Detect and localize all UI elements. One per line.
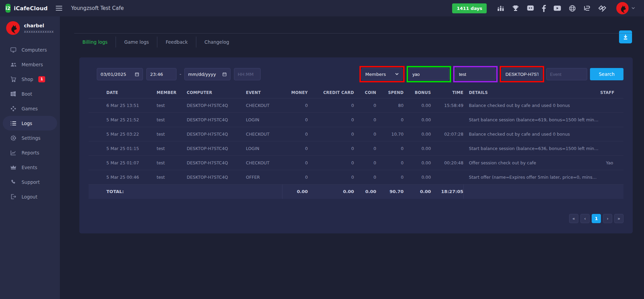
- time-to-placeholder: HH:MM: [238, 72, 253, 77]
- time-to-input[interactable]: HH:MM: [234, 68, 261, 80]
- col-computer: COMPUTER: [187, 87, 246, 98]
- page-1-button[interactable]: 1: [592, 214, 601, 223]
- ranking-icon[interactable]: [497, 5, 504, 12]
- chevron-down-icon: [631, 7, 635, 10]
- date-to-input[interactable]: mm/dd/yyyy: [184, 68, 231, 80]
- sidebar-item-support[interactable]: Support: [3, 175, 57, 189]
- col-details: DETAILS: [463, 87, 600, 98]
- computer-search-input[interactable]: [502, 68, 542, 80]
- billing-logs-table: DATE MEMBER COMPUTER EVENT MONEY CREDIT …: [89, 87, 623, 199]
- menu-toggle-icon[interactable]: [54, 3, 64, 13]
- tab-changelog[interactable]: Changelog: [196, 37, 237, 47]
- topbar-actions: 1411 days: [452, 2, 644, 14]
- monitor-icon: [10, 47, 16, 53]
- annotation-box-purple: [453, 66, 498, 82]
- page-first-button[interactable]: «: [569, 214, 578, 223]
- annotation-box-red-1: Members: [359, 66, 405, 82]
- calendar-icon: [135, 72, 139, 77]
- date-from-input[interactable]: 03/01/2025: [97, 68, 143, 80]
- member-search-input-2[interactable]: [455, 68, 496, 80]
- date-to-placeholder: mm/dd/yyyy: [188, 72, 216, 77]
- col-spend: SPEND: [376, 87, 404, 98]
- user-menu[interactable]: [616, 2, 635, 14]
- member-type-select[interactable]: Members: [362, 68, 403, 80]
- facebook-icon[interactable]: [542, 5, 546, 12]
- page-prev-button[interactable]: ‹: [580, 214, 590, 223]
- phone-icon: [10, 179, 16, 185]
- search-button[interactable]: Search: [590, 68, 623, 80]
- logout-icon: [10, 194, 16, 200]
- list-icon: [10, 121, 16, 126]
- col-event: EVENT: [246, 87, 282, 98]
- tab-feedback[interactable]: Feedback: [157, 37, 196, 47]
- sidebar: charbel xxxxxxxxxxxxx Computers Members …: [0, 16, 60, 299]
- total-coin: 0.00: [354, 185, 376, 199]
- time-from-value: 23:46: [150, 72, 163, 77]
- sidebar-item-label: Support: [22, 179, 40, 185]
- total-row: TOTAL: 0.00 0.00 0.00 90.70 0.00 18:27:0…: [89, 185, 623, 199]
- sidebar-item-label: Settings: [22, 135, 40, 141]
- sidebar-item-logs[interactable]: Logs: [3, 116, 57, 131]
- user-profile[interactable]: charbel xxxxxxxxxxxxx: [0, 16, 60, 35]
- days-badge[interactable]: 1411 days: [452, 3, 487, 13]
- sidebar-item-boot[interactable]: Boot: [3, 86, 57, 101]
- sidebar-item-members[interactable]: Members: [3, 57, 57, 72]
- event-search-input[interactable]: [546, 68, 587, 80]
- range-separator: -: [180, 71, 181, 77]
- table-row: 5 Mar 25 21:52testDESKTOP-H7STC4QLOGIN00…: [89, 113, 623, 127]
- sidebar-item-computers[interactable]: Computers: [3, 42, 57, 57]
- gamepad-icon: [10, 106, 16, 112]
- page-next-button[interactable]: ›: [603, 214, 612, 223]
- user-masked-id: xxxxxxxxxxxxx: [24, 29, 54, 33]
- page-last-button[interactable]: »: [614, 214, 623, 223]
- sidebar-item-label: Shop: [22, 77, 33, 82]
- sidebar-item-label: Computers: [22, 47, 47, 53]
- sidebar-item-settings[interactable]: Settings: [3, 131, 57, 145]
- brand-name: iCafeCloud: [14, 5, 48, 12]
- youtube-icon[interactable]: [553, 5, 561, 11]
- tab-game-logs[interactable]: Game logs: [116, 37, 157, 47]
- icafecloud-icon[interactable]: [583, 5, 590, 12]
- sidebar-item-games[interactable]: Games: [3, 101, 57, 116]
- layers-icon[interactable]: [598, 5, 607, 12]
- table-header-row: DATE MEMBER COMPUTER EVENT MONEY CREDIT …: [89, 87, 623, 98]
- download-icon: [622, 34, 629, 40]
- col-staff: STAFF: [600, 87, 623, 98]
- globe-icon[interactable]: [569, 5, 576, 12]
- gear-icon: [10, 135, 16, 141]
- sidebar-nav: Computers Members Shop 1 Boot Games Logs…: [0, 42, 60, 204]
- total-money: 0.00: [282, 185, 308, 199]
- brand-area: i2 iCafeCloud: [0, 3, 60, 13]
- total-credit-card: 0.00: [308, 185, 354, 199]
- total-label: TOTAL:: [89, 185, 282, 199]
- col-coin: COIN: [354, 87, 376, 98]
- tabs-bar: Billing logs Game logs Feedback Changelo…: [74, 33, 632, 47]
- tab-billing-logs[interactable]: Billing logs: [74, 37, 116, 47]
- trophy-icon[interactable]: [512, 5, 519, 12]
- date-from-value: 03/01/2025: [101, 72, 126, 77]
- time-from-input[interactable]: 23:46: [146, 68, 176, 80]
- filter-bar: 03/01/2025 23:46 - mm/dd/yyyy HH:MM Memb…: [89, 66, 623, 83]
- sidebar-item-reports[interactable]: Reports: [3, 145, 57, 160]
- topbar: i2 iCafeCloud Youngzsoft Test Cafe 1411 …: [0, 0, 644, 16]
- sidebar-item-label: Logs: [22, 121, 32, 126]
- sidebar-item-shop[interactable]: Shop 1: [3, 72, 57, 86]
- sidebar-item-events[interactable]: Events: [3, 160, 57, 175]
- table-row: 5 Mar 25 01:15testDESKTOP-H7STC4QLOGIN00…: [89, 141, 623, 156]
- download-button[interactable]: [619, 30, 632, 43]
- col-member: MEMBER: [157, 87, 187, 98]
- table-row: 5 Mar 25 00:46testDESKTOP-H7STC4QOFFER00…: [89, 170, 623, 185]
- table-row: 5 Mar 25 03:22testDESKTOP-H7STC4QCHECKOU…: [89, 127, 623, 141]
- annotation-box-green: [407, 66, 451, 82]
- pagination: « ‹ 1 › »: [89, 214, 623, 223]
- total-bonus: 0.00: [404, 185, 431, 199]
- discord-icon[interactable]: [527, 5, 534, 12]
- crown-icon: [10, 165, 16, 170]
- col-bonus: BONUS: [404, 87, 431, 98]
- sidebar-item-logout[interactable]: Logout: [3, 189, 57, 204]
- total-spend: 90.70: [376, 185, 404, 199]
- table-row: 6 Mar 25 13:51testDESKTOP-H7STC4QCHECKOU…: [89, 98, 623, 113]
- member-search-input[interactable]: [409, 68, 449, 80]
- col-credit-card: CREDIT CARD: [308, 87, 354, 98]
- users-icon: [10, 62, 16, 68]
